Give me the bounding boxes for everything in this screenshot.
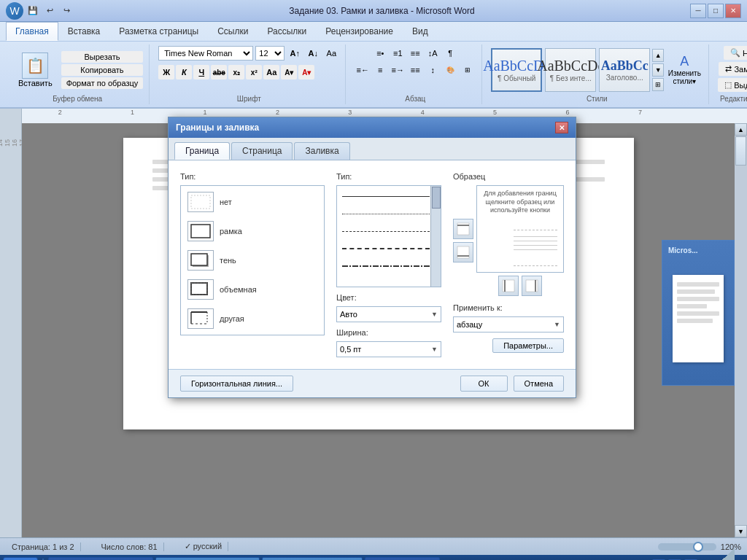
- line-list-scrollbar[interactable]: [430, 186, 441, 287]
- border-frame-item[interactable]: рамка: [184, 218, 321, 244]
- line-type-label: Тип:: [336, 172, 441, 181]
- dialog-body: Тип: нет рамка: [169, 160, 576, 369]
- preview-box[interactable]: Для добавления границ щелкните образец и…: [476, 185, 564, 273]
- border-none-label: нет: [220, 198, 232, 206]
- apply-dropdown-arrow: ▼: [554, 321, 560, 328]
- color-select[interactable]: Авто ▼: [336, 306, 441, 322]
- ok-button[interactable]: ОК: [460, 376, 508, 392]
- borders-fill-dialog: Границы и заливка ✕ Граница Страница Зал…: [168, 117, 576, 398]
- border-3d-icon: [187, 279, 214, 300]
- dialog-tab-border[interactable]: Граница: [174, 142, 230, 160]
- border-other-item[interactable]: другая: [184, 306, 321, 332]
- cancel-button[interactable]: Отмена: [514, 376, 564, 392]
- line-dotted[interactable]: [338, 205, 439, 222]
- line-scroll-thumb[interactable]: [432, 187, 441, 209]
- width-dropdown-arrow: ▼: [431, 346, 438, 353]
- dialog-tab-fill[interactable]: Заливка: [294, 142, 349, 160]
- border-3d-label: объемная: [220, 285, 257, 294]
- preview-left-btns: [453, 185, 473, 296]
- width-label: Ширина:: [336, 328, 441, 337]
- svg-rect-3: [191, 254, 207, 265]
- svg-rect-0: [191, 195, 210, 209]
- apply-to-section: Применить к: абзацу ▼: [453, 303, 564, 332]
- border-none-icon: [187, 192, 214, 212]
- dialog-title-text: Границы и заливка: [176, 122, 259, 133]
- border-type-list: нет рамка: [180, 185, 325, 335]
- border-shadow-icon: [187, 250, 214, 271]
- line-settings-section: Тип: Цвет:: [336, 172, 441, 357]
- line-dashed1[interactable]: [338, 222, 439, 240]
- svg-rect-6: [191, 312, 207, 324]
- dialog-overlay: Границы и заливка ✕ Граница Страница Зал…: [0, 0, 747, 560]
- preview-section: Образец: [453, 172, 564, 357]
- line-solid[interactable]: [338, 187, 439, 205]
- dialog-footer: Горизонтальная линия... ОК Отмена: [169, 369, 576, 397]
- preview-area: Для добавления границ щелкните образец и…: [453, 185, 564, 296]
- svg-rect-4: [191, 283, 207, 295]
- color-dropdown-arrow: ▼: [431, 311, 438, 318]
- apply-to-label: Применить к:: [453, 303, 564, 312]
- dialog-tabs: Граница Страница Заливка: [169, 138, 576, 160]
- preview-bottom-border-btn[interactable]: [453, 242, 473, 262]
- apply-to-select[interactable]: абзацу ▼: [453, 316, 564, 332]
- dialog-main-section: Тип: нет рамка: [180, 172, 564, 357]
- border-none-item[interactable]: нет: [184, 189, 321, 215]
- preview-container: Для добавления границ щелкните образец и…: [476, 185, 564, 296]
- color-section: Цвет: Авто ▼: [336, 293, 441, 322]
- border-other-icon: [187, 308, 214, 329]
- border-shadow-label: тень: [220, 256, 236, 265]
- svg-rect-1: [191, 225, 210, 238]
- border-frame-label: рамка: [220, 227, 242, 236]
- horizontal-line-btn[interactable]: Горизонтальная линия...: [180, 376, 293, 392]
- line-type-list[interactable]: [336, 185, 441, 287]
- border-other-label: другая: [220, 314, 244, 323]
- border-type-label: Тип:: [180, 172, 325, 181]
- dialog-tab-page[interactable]: Страница: [231, 142, 293, 160]
- params-button[interactable]: Параметры...: [492, 338, 564, 353]
- dialog-close-btn[interactable]: ✕: [555, 122, 568, 133]
- preview-page-lines: [514, 230, 557, 266]
- border-type-section: Тип: нет рамка: [180, 172, 325, 357]
- line-dashed2[interactable]: [338, 240, 439, 257]
- line-type-items: [337, 186, 441, 276]
- preview-label: Образец: [453, 172, 564, 181]
- border-shadow-item[interactable]: тень: [184, 247, 321, 273]
- line-dash-dot[interactable]: [338, 257, 439, 275]
- width-section: Ширина: 0,5 пт ▼: [336, 328, 441, 357]
- dialog-title-bar: Границы и заливка ✕: [169, 117, 576, 138]
- preview-left-border-btn[interactable]: [498, 276, 519, 296]
- border-frame-icon: [187, 221, 214, 241]
- params-row: Параметры...: [453, 338, 564, 353]
- preview-bottom-btns: [476, 276, 564, 296]
- preview-top-border-btn[interactable]: [453, 219, 473, 239]
- color-label: Цвет:: [336, 293, 441, 302]
- preview-right-border-btn[interactable]: [522, 276, 542, 296]
- preview-hint-text: Для добавления границ щелкните образец и…: [481, 190, 560, 215]
- border-3d-item[interactable]: объемная: [184, 276, 321, 303]
- width-select[interactable]: 0,5 пт ▼: [336, 341, 441, 357]
